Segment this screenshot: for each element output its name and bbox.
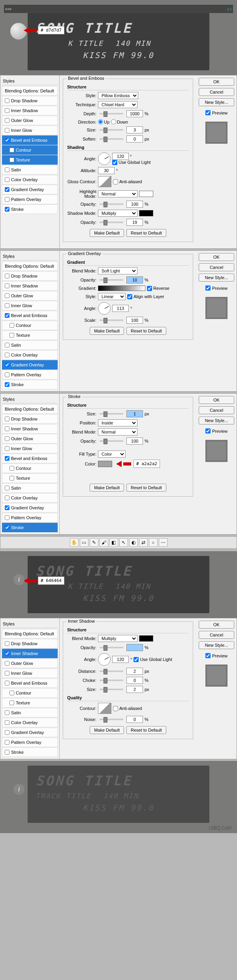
reset-default-button[interactable]: Reset to Default (126, 327, 166, 335)
style-pattern-overlay[interactable]: Pattern Overlay (2, 513, 58, 522)
stroke-opacity-input[interactable] (126, 437, 143, 445)
style-gradient-overlay[interactable]: Gradient Overlay (2, 185, 58, 194)
style-satin[interactable]: Satin (2, 340, 58, 350)
bevel-checkbox[interactable] (5, 138, 9, 143)
style-contour[interactable]: Contour (2, 464, 58, 473)
drop-shadow-checkbox[interactable] (5, 98, 9, 103)
reset-default-button[interactable]: Reset to Default (126, 484, 166, 492)
pencil-tool-icon[interactable]: ✎ (90, 538, 98, 547)
inner-glow-checkbox[interactable] (5, 128, 9, 133)
color-overlay-checkbox[interactable] (5, 177, 9, 182)
style-pattern-overlay[interactable]: Pattern Overlay (2, 738, 58, 747)
highlight-color-swatch[interactable] (139, 191, 153, 197)
sh-opacity-slider[interactable] (100, 222, 123, 223)
noise-input[interactable] (126, 716, 143, 723)
style-inner-glow[interactable]: Inner Glow (2, 301, 58, 310)
is-anti-aliased-checkbox[interactable]: Anti-aliased (113, 706, 142, 711)
new-style-button[interactable]: New Style... (199, 98, 234, 106)
angle-dial[interactable] (98, 302, 111, 315)
style-satin[interactable]: Satin (2, 483, 58, 493)
style-satin[interactable]: Satin (2, 165, 58, 175)
style-stroke[interactable]: Stroke (2, 380, 58, 389)
shadow-mode-select[interactable]: Multiply (98, 210, 137, 217)
ok-button[interactable]: OK (199, 396, 234, 404)
style-contour[interactable]: Contour (2, 145, 58, 155)
fill-tool-icon[interactable]: ◐ (129, 538, 138, 547)
altitude-input[interactable] (98, 167, 115, 174)
style-texture[interactable]: Texture (2, 155, 58, 165)
new-style-button[interactable]: New Style... (199, 641, 234, 649)
angle-dial[interactable] (98, 653, 111, 666)
gloss-contour-picker[interactable] (98, 176, 111, 187)
style-satin[interactable]: Satin (2, 708, 58, 717)
style-bevel-emboss[interactable]: Bevel and Emboss (2, 678, 58, 688)
is-size-slider[interactable] (100, 689, 123, 690)
style-texture[interactable]: Texture (2, 473, 58, 483)
outer-glow-checkbox[interactable] (5, 118, 9, 123)
is-opacity-slider[interactable] (100, 647, 123, 648)
shadow-color-swatch[interactable] (139, 210, 153, 216)
style-outer-glow[interactable]: Outer Glow (2, 116, 58, 125)
style-drop-shadow[interactable]: Drop Shadow (2, 96, 58, 105)
cursor-tool-icon[interactable]: ↖ (119, 538, 128, 547)
depth-slider[interactable] (100, 113, 123, 115)
more-tool-icon[interactable]: ⋯ (159, 538, 167, 547)
cancel-button[interactable]: Cancel (199, 631, 234, 639)
opacity-input[interactable] (126, 276, 143, 283)
contour-picker[interactable] (98, 703, 111, 714)
style-drop-shadow[interactable]: Drop Shadow (2, 271, 58, 281)
stroke-blend-select[interactable]: Normal (98, 428, 137, 436)
size-slider[interactable] (100, 129, 123, 131)
style-pattern-overlay[interactable]: Pattern Overlay (2, 370, 58, 379)
stroke-size-input[interactable] (126, 410, 143, 417)
angle-input[interactable] (112, 153, 129, 160)
preview-checkbox[interactable]: Preview (199, 653, 234, 658)
distance-input[interactable] (126, 668, 143, 675)
align-layer-checkbox[interactable]: Align with Layer (127, 294, 164, 299)
pattern-overlay-checkbox[interactable] (5, 197, 9, 202)
fill-type-select[interactable]: Color (98, 451, 126, 458)
ok-button[interactable]: OK (199, 621, 234, 629)
preview-checkbox[interactable]: Preview (199, 428, 234, 434)
cancel-button[interactable]: Cancel (199, 263, 234, 271)
is-blend-select[interactable]: Multiply (98, 635, 137, 642)
satin-checkbox[interactable] (5, 167, 9, 172)
sh-opacity-input[interactable] (126, 219, 143, 226)
style-contour[interactable]: Contour (2, 688, 58, 698)
style-texture[interactable]: Texture (2, 330, 58, 340)
stroke-opacity-slider[interactable] (100, 440, 123, 442)
style-color-overlay[interactable]: Color Overlay (2, 350, 58, 360)
choke-input[interactable] (126, 677, 143, 684)
is-global-light-checkbox[interactable]: Use Global Light (134, 657, 172, 662)
style-gradient-overlay[interactable]: Gradient Overlay (2, 728, 58, 737)
style-outer-glow[interactable]: Outer Glow (2, 434, 58, 443)
blur-tool-icon[interactable]: ○ (149, 538, 158, 547)
style-drop-shadow[interactable]: Drop Shadow (2, 639, 58, 648)
size-input[interactable] (126, 126, 143, 133)
highlight-mode-select[interactable]: Normal (98, 190, 137, 197)
style-stroke[interactable]: Stroke (2, 747, 58, 757)
new-style-button[interactable]: New Style... (199, 274, 234, 282)
scale-slider[interactable] (100, 319, 123, 321)
style-blending-options[interactable]: Blending Options: Default (2, 404, 58, 414)
direction-down-radio[interactable]: Down (111, 119, 128, 124)
reverse-checkbox[interactable]: Reverse (147, 286, 169, 291)
gradient-overlay-checkbox[interactable] (5, 187, 9, 192)
angle-input[interactable] (112, 305, 129, 312)
stroke-size-slider[interactable] (100, 413, 123, 415)
cancel-button[interactable]: Cancel (199, 406, 234, 414)
style-stroke[interactable]: Stroke (2, 523, 58, 532)
style-inner-glow[interactable]: Inner Glow (2, 126, 58, 135)
make-default-button[interactable]: Make Default (90, 327, 124, 335)
style-inner-shadow[interactable]: Inner Shadow (2, 649, 58, 658)
style-drop-shadow[interactable]: Drop Shadow (2, 414, 58, 424)
hl-opacity-input[interactable] (126, 201, 143, 208)
style-select[interactable]: Pillow Emboss (98, 92, 138, 99)
style-inner-glow[interactable]: Inner Glow (2, 444, 58, 453)
style-blending-options[interactable]: Blending Options: Default (2, 86, 58, 96)
swap-tool-icon[interactable]: ⇄ (139, 538, 148, 547)
stroke-checkbox[interactable] (5, 207, 9, 212)
style-gradient-overlay[interactable]: Gradient Overlay (2, 360, 58, 370)
reset-default-button[interactable]: Reset to Default (126, 726, 166, 734)
is-opacity-input[interactable] (126, 644, 143, 651)
